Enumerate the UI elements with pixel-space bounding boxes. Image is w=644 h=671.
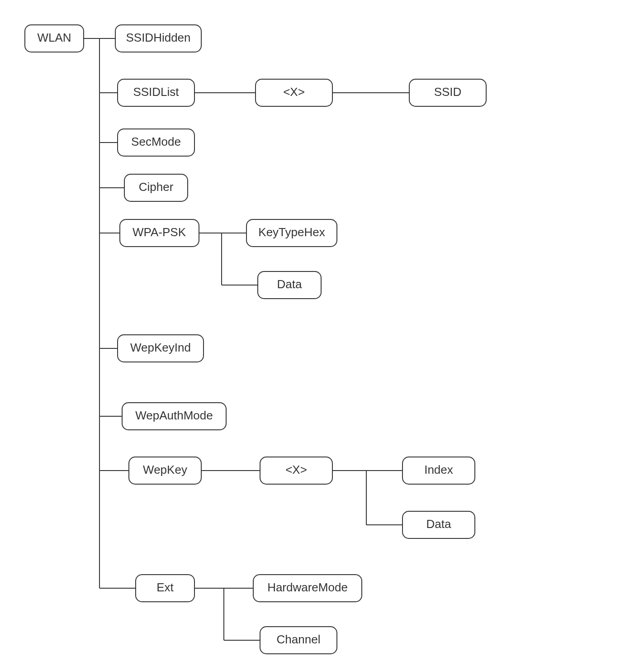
label-ssid: SSID bbox=[434, 85, 462, 99]
label-secmode: SecMode bbox=[131, 135, 181, 148]
node-wepkey-x: <X> bbox=[260, 457, 332, 484]
label-wepkeyind: WepKeyInd bbox=[130, 341, 191, 354]
label-wlan: WLAN bbox=[37, 31, 71, 44]
node-wepkey: WepKey bbox=[129, 457, 201, 484]
label-ssidlist: SSIDList bbox=[133, 85, 179, 99]
label-wepauthmode: WepAuthMode bbox=[135, 409, 213, 422]
label-ssidlist-x: <X> bbox=[283, 85, 305, 99]
label-wpapsk-data: Data bbox=[277, 277, 302, 291]
node-wlan: WLAN bbox=[25, 25, 84, 52]
label-wepkey: WepKey bbox=[143, 463, 187, 476]
node-hardwaremode: HardwareMode bbox=[253, 575, 362, 602]
node-wpapsk: WPA-PSK bbox=[120, 219, 199, 247]
node-ext: Ext bbox=[136, 575, 194, 602]
label-keytypehex: KeyTypeHex bbox=[258, 225, 325, 239]
label-channel: Channel bbox=[277, 633, 321, 646]
node-channel: Channel bbox=[260, 627, 337, 654]
label-hardwaremode: HardwareMode bbox=[267, 581, 348, 594]
label-cipher: Cipher bbox=[139, 180, 174, 194]
label-wpapsk: WPA-PSK bbox=[133, 225, 186, 239]
label-wepkey-x: <X> bbox=[285, 463, 307, 476]
node-ssidlist: SSIDList bbox=[118, 79, 194, 106]
node-ssid: SSID bbox=[409, 79, 486, 106]
label-index: Index bbox=[424, 463, 453, 476]
node-wpapsk-data: Data bbox=[258, 271, 321, 299]
node-secmode: SecMode bbox=[118, 129, 194, 156]
label-wepkey-data: Data bbox=[426, 517, 451, 531]
node-keytypehex: KeyTypeHex bbox=[246, 219, 337, 247]
node-wepauthmode: WepAuthMode bbox=[122, 403, 226, 430]
label-ssidhidden: SSIDHidden bbox=[126, 31, 190, 44]
node-wepkeyind: WepKeyInd bbox=[118, 335, 204, 362]
node-cipher: Cipher bbox=[124, 174, 188, 201]
node-ssidlist-x: <X> bbox=[256, 79, 332, 106]
node-ssidhidden: SSIDHidden bbox=[115, 25, 201, 52]
wlan-tree-diagram: WLAN SSIDHidden SSIDList <X> SSID SecMod… bbox=[0, 0, 644, 671]
label-ext: Ext bbox=[156, 581, 174, 594]
node-index: Index bbox=[402, 457, 475, 484]
node-wepkey-data: Data bbox=[402, 511, 475, 538]
